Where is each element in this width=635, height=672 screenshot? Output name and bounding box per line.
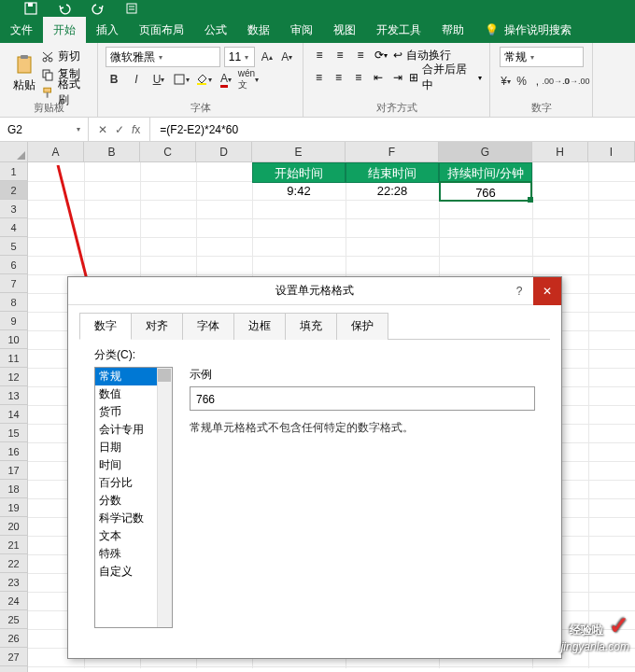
row-header-15[interactable]: 15 (0, 424, 28, 442)
dialog-tab-1[interactable]: 对齐 (131, 313, 183, 340)
increase-font-button[interactable]: A▴ (259, 49, 275, 65)
row-header-25[interactable]: 25 (0, 610, 28, 629)
dialog-close-button[interactable]: ✕ (533, 277, 561, 305)
row-header-26[interactable]: 26 (0, 629, 28, 648)
row-header-1[interactable]: 1 (0, 162, 28, 181)
bold-button[interactable]: B (106, 71, 122, 88)
row-header-27[interactable]: 27 (0, 648, 28, 666)
currency-button[interactable]: ¥▾ (500, 73, 512, 90)
row-header-11[interactable]: 11 (0, 349, 28, 368)
font-name-dropdown[interactable]: 微软雅黑▾ (106, 47, 220, 67)
underline-button[interactable]: U▾ (150, 71, 167, 88)
save-icon[interactable] (23, 1, 38, 16)
menu-view[interactable]: 视图 (323, 17, 366, 43)
cell-E1[interactable]: 开始时间 (252, 162, 346, 183)
merge-button[interactable]: ⊞合并后居中▾ (409, 69, 482, 86)
cancel-formula-button[interactable]: ✕ (98, 123, 107, 136)
row-header-2[interactable]: 2 (0, 181, 28, 200)
indent-decrease-button[interactable]: ⇤ (370, 70, 386, 85)
cell-G1[interactable]: 持续时间/分钟 (439, 162, 532, 183)
category-list[interactable]: 常规数值货币会计专用日期时间百分比分数科学记数文本特殊自定义 (94, 367, 173, 628)
font-size-dropdown[interactable]: 11▾ (224, 47, 255, 67)
format-painter-button[interactable]: 格式刷 (41, 84, 90, 100)
menu-dev[interactable]: 开发工具 (366, 17, 431, 43)
row-header-21[interactable]: 21 (0, 536, 28, 554)
font-color-button[interactable]: A▾ (218, 71, 234, 88)
customize-icon[interactable] (124, 1, 139, 16)
percent-button[interactable]: % (515, 73, 528, 90)
col-header-B[interactable]: B (84, 142, 140, 162)
row-header-12[interactable]: 12 (0, 368, 28, 386)
row-header-10[interactable]: 10 (0, 330, 28, 349)
formula-bar[interactable]: =(F2-E2)*24*60 (150, 123, 635, 136)
scrollbar[interactable] (157, 368, 172, 627)
cell-F2[interactable]: 22:28 (346, 181, 439, 202)
menu-help[interactable]: 帮助 (431, 17, 474, 43)
row-header-16[interactable]: 16 (0, 442, 28, 461)
undo-icon[interactable] (57, 1, 72, 16)
row-header-7[interactable]: 7 (0, 274, 28, 293)
col-header-C[interactable]: C (140, 142, 196, 162)
row-header-18[interactable]: 18 (0, 480, 28, 498)
row-header-6[interactable]: 6 (0, 256, 28, 274)
cell-E2[interactable]: 9:42 (252, 181, 346, 202)
italic-button[interactable]: I (128, 71, 145, 88)
paste-button[interactable]: 粘贴 (7, 47, 41, 99)
menu-file[interactable]: 文件 (0, 17, 43, 43)
menu-layout[interactable]: 页面布局 (129, 17, 194, 43)
scroll-thumb[interactable] (158, 369, 171, 382)
fill-handle[interactable] (528, 197, 533, 203)
menu-home[interactable]: 开始 (43, 17, 86, 43)
menu-formula[interactable]: 公式 (194, 17, 237, 43)
fx-button[interactable]: fx (132, 123, 140, 136)
dialog-tab-4[interactable]: 填充 (285, 313, 337, 340)
col-header-A[interactable]: A (28, 142, 84, 162)
number-format-dropdown[interactable]: 常规▾ (500, 47, 584, 67)
col-header-D[interactable]: D (196, 142, 252, 162)
dialog-tab-2[interactable]: 字体 (182, 313, 234, 340)
align-bottom-button[interactable]: ≡ (352, 48, 369, 63)
fill-color-button[interactable]: ▾ (195, 71, 212, 88)
dialog-tab-5[interactable]: 保护 (336, 313, 388, 340)
decrease-decimal-button[interactable]: .0→.00 (568, 73, 585, 90)
align-top-button[interactable]: ≡ (311, 48, 328, 63)
col-header-G[interactable]: G (439, 142, 532, 162)
col-header-E[interactable]: E (252, 142, 346, 162)
increase-decimal-button[interactable]: .00→.0 (547, 73, 564, 90)
name-box[interactable]: G2▾ (0, 118, 89, 142)
redo-icon[interactable] (91, 1, 106, 16)
col-header-F[interactable]: F (346, 142, 439, 162)
row-header-3[interactable]: 3 (0, 200, 28, 218)
cell-F1[interactable]: 结束时间 (346, 162, 439, 183)
align-right-button[interactable]: ≡ (350, 70, 366, 85)
menu-search[interactable]: 💡 操作说明搜索 (474, 22, 582, 38)
row-header-19[interactable]: 19 (0, 498, 28, 517)
orientation-button[interactable]: ⟳▾ (373, 48, 389, 63)
row-header-14[interactable]: 14 (0, 405, 28, 424)
align-center-button[interactable]: ≡ (331, 70, 346, 85)
menu-data[interactable]: 数据 (237, 17, 280, 43)
dialog-titlebar[interactable]: 设置单元格格式 ? ✕ (68, 277, 561, 305)
align-left-button[interactable]: ≡ (311, 70, 327, 85)
row-header-5[interactable]: 5 (0, 237, 28, 256)
dialog-help-button[interactable]: ? (505, 277, 533, 305)
cut-button[interactable]: 剪切 (41, 49, 90, 64)
decrease-font-button[interactable]: A▾ (279, 49, 295, 65)
dialog-tab-0[interactable]: 数字 (79, 313, 132, 340)
row-header-23[interactable]: 23 (0, 573, 28, 592)
align-middle-button[interactable]: ≡ (332, 48, 348, 63)
row-header-22[interactable]: 22 (0, 554, 28, 573)
indent-increase-button[interactable]: ⇥ (389, 70, 405, 85)
row-header-17[interactable]: 17 (0, 461, 28, 480)
row-header-20[interactable]: 20 (0, 517, 28, 536)
menu-insert[interactable]: 插入 (86, 17, 129, 43)
confirm-formula-button[interactable]: ✓ (115, 123, 124, 136)
row-header-9[interactable]: 9 (0, 312, 28, 330)
border-button[interactable]: ▾ (173, 71, 190, 88)
row-header-28[interactable]: 28 (0, 666, 28, 672)
row-header-24[interactable]: 24 (0, 592, 28, 610)
col-header-I[interactable]: I (588, 142, 635, 162)
dialog-tab-3[interactable]: 边框 (233, 313, 286, 340)
cell-G2[interactable]: 766 (439, 181, 532, 202)
row-header-13[interactable]: 13 (0, 386, 28, 405)
